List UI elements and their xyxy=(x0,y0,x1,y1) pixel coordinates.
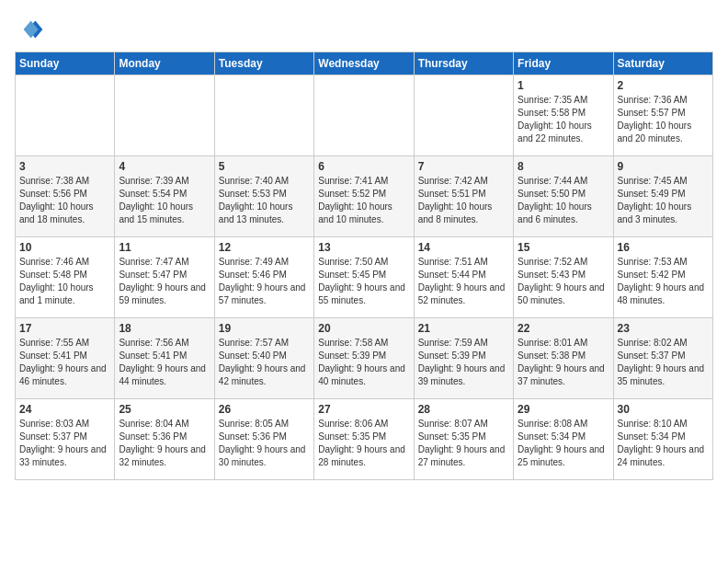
day-cell: 14Sunrise: 7:51 AM Sunset: 5:44 PM Dayli… xyxy=(414,237,513,318)
day-cell: 20Sunrise: 7:58 AM Sunset: 5:39 PM Dayli… xyxy=(314,318,414,399)
day-cell: 9Sunrise: 7:45 AM Sunset: 5:49 PM Daylig… xyxy=(613,156,712,237)
day-number: 25 xyxy=(119,403,210,416)
day-info: Sunrise: 8:07 AM Sunset: 5:35 PM Dayligh… xyxy=(418,418,509,469)
day-cell: 28Sunrise: 8:07 AM Sunset: 5:35 PM Dayli… xyxy=(414,399,513,480)
day-number: 18 xyxy=(119,322,210,335)
day-info: Sunrise: 7:58 AM Sunset: 5:39 PM Dayligh… xyxy=(318,337,409,388)
week-row-2: 3Sunrise: 7:38 AM Sunset: 5:56 PM Daylig… xyxy=(16,156,713,237)
page-header xyxy=(15,15,713,44)
day-cell: 5Sunrise: 7:40 AM Sunset: 5:53 PM Daylig… xyxy=(214,156,313,237)
day-info: Sunrise: 7:55 AM Sunset: 5:41 PM Dayligh… xyxy=(19,337,110,388)
day-number: 17 xyxy=(19,322,110,335)
week-row-5: 24Sunrise: 8:03 AM Sunset: 5:37 PM Dayli… xyxy=(16,399,713,480)
day-info: Sunrise: 7:46 AM Sunset: 5:48 PM Dayligh… xyxy=(19,256,110,307)
day-info: Sunrise: 7:56 AM Sunset: 5:41 PM Dayligh… xyxy=(119,337,210,388)
day-number: 12 xyxy=(219,241,310,254)
day-info: Sunrise: 7:45 AM Sunset: 5:49 PM Dayligh… xyxy=(618,175,709,226)
day-info: Sunrise: 7:36 AM Sunset: 5:57 PM Dayligh… xyxy=(618,94,709,145)
day-number: 14 xyxy=(418,241,509,254)
day-number: 3 xyxy=(19,160,110,173)
day-info: Sunrise: 7:38 AM Sunset: 5:56 PM Dayligh… xyxy=(19,175,110,226)
day-cell: 23Sunrise: 8:02 AM Sunset: 5:37 PM Dayli… xyxy=(613,318,712,399)
day-number: 4 xyxy=(119,160,210,173)
logo-icon xyxy=(15,15,44,44)
day-cell: 21Sunrise: 7:59 AM Sunset: 5:39 PM Dayli… xyxy=(414,318,513,399)
calendar-table: SundayMondayTuesdayWednesdayThursdayFrid… xyxy=(15,52,713,480)
day-number: 5 xyxy=(219,160,310,173)
day-info: Sunrise: 7:59 AM Sunset: 5:39 PM Dayligh… xyxy=(418,337,509,388)
day-info: Sunrise: 8:05 AM Sunset: 5:36 PM Dayligh… xyxy=(219,418,310,469)
day-cell: 25Sunrise: 8:04 AM Sunset: 5:36 PM Dayli… xyxy=(115,399,214,480)
day-number: 29 xyxy=(518,403,609,416)
day-cell: 6Sunrise: 7:41 AM Sunset: 5:52 PM Daylig… xyxy=(314,156,414,237)
day-number: 1 xyxy=(518,79,609,92)
day-cell: 17Sunrise: 7:55 AM Sunset: 5:41 PM Dayli… xyxy=(16,318,115,399)
day-info: Sunrise: 8:02 AM Sunset: 5:37 PM Dayligh… xyxy=(618,337,709,388)
day-number: 28 xyxy=(418,403,509,416)
day-number: 8 xyxy=(518,160,609,173)
day-info: Sunrise: 7:39 AM Sunset: 5:54 PM Dayligh… xyxy=(119,175,210,226)
day-header-wednesday: Wednesday xyxy=(314,52,414,75)
day-info: Sunrise: 7:50 AM Sunset: 5:45 PM Dayligh… xyxy=(318,256,409,307)
day-number: 16 xyxy=(618,241,709,254)
day-cell: 4Sunrise: 7:39 AM Sunset: 5:54 PM Daylig… xyxy=(115,156,214,237)
day-cell xyxy=(115,75,214,156)
day-number: 6 xyxy=(318,160,409,173)
day-number: 22 xyxy=(518,322,609,335)
day-header-thursday: Thursday xyxy=(414,52,513,75)
day-info: Sunrise: 7:40 AM Sunset: 5:53 PM Dayligh… xyxy=(219,175,310,226)
day-cell: 24Sunrise: 8:03 AM Sunset: 5:37 PM Dayli… xyxy=(16,399,115,480)
week-row-1: 1Sunrise: 7:35 AM Sunset: 5:58 PM Daylig… xyxy=(16,75,713,156)
day-cell: 18Sunrise: 7:56 AM Sunset: 5:41 PM Dayli… xyxy=(115,318,214,399)
day-number: 24 xyxy=(19,403,110,416)
day-number: 23 xyxy=(618,322,709,335)
day-info: Sunrise: 8:03 AM Sunset: 5:37 PM Dayligh… xyxy=(19,418,110,469)
logo xyxy=(15,15,48,44)
day-info: Sunrise: 7:44 AM Sunset: 5:50 PM Dayligh… xyxy=(518,175,609,226)
day-info: Sunrise: 8:01 AM Sunset: 5:38 PM Dayligh… xyxy=(518,337,609,388)
day-header-monday: Monday xyxy=(115,52,214,75)
day-cell: 19Sunrise: 7:57 AM Sunset: 5:40 PM Dayli… xyxy=(214,318,313,399)
day-number: 26 xyxy=(219,403,310,416)
day-cell: 15Sunrise: 7:52 AM Sunset: 5:43 PM Dayli… xyxy=(514,237,613,318)
day-number: 19 xyxy=(219,322,310,335)
day-info: Sunrise: 7:51 AM Sunset: 5:44 PM Dayligh… xyxy=(418,256,509,307)
day-info: Sunrise: 7:42 AM Sunset: 5:51 PM Dayligh… xyxy=(418,175,509,226)
day-info: Sunrise: 7:52 AM Sunset: 5:43 PM Dayligh… xyxy=(518,256,609,307)
day-cell: 8Sunrise: 7:44 AM Sunset: 5:50 PM Daylig… xyxy=(514,156,613,237)
day-info: Sunrise: 7:41 AM Sunset: 5:52 PM Dayligh… xyxy=(318,175,409,226)
day-cell: 11Sunrise: 7:47 AM Sunset: 5:47 PM Dayli… xyxy=(115,237,214,318)
day-info: Sunrise: 8:06 AM Sunset: 5:35 PM Dayligh… xyxy=(318,418,409,469)
day-info: Sunrise: 8:04 AM Sunset: 5:36 PM Dayligh… xyxy=(119,418,210,469)
day-cell: 30Sunrise: 8:10 AM Sunset: 5:34 PM Dayli… xyxy=(613,399,712,480)
day-number: 7 xyxy=(418,160,509,173)
day-cell: 2Sunrise: 7:36 AM Sunset: 5:57 PM Daylig… xyxy=(613,75,712,156)
day-header-saturday: Saturday xyxy=(613,52,712,75)
day-number: 11 xyxy=(119,241,210,254)
day-cell: 22Sunrise: 8:01 AM Sunset: 5:38 PM Dayli… xyxy=(514,318,613,399)
day-cell: 16Sunrise: 7:53 AM Sunset: 5:42 PM Dayli… xyxy=(613,237,712,318)
day-number: 10 xyxy=(19,241,110,254)
day-number: 15 xyxy=(518,241,609,254)
day-number: 21 xyxy=(418,322,509,335)
day-info: Sunrise: 7:35 AM Sunset: 5:58 PM Dayligh… xyxy=(518,94,609,145)
day-info: Sunrise: 8:10 AM Sunset: 5:34 PM Dayligh… xyxy=(618,418,709,469)
week-row-4: 17Sunrise: 7:55 AM Sunset: 5:41 PM Dayli… xyxy=(16,318,713,399)
day-info: Sunrise: 7:49 AM Sunset: 5:46 PM Dayligh… xyxy=(219,256,310,307)
day-cell: 7Sunrise: 7:42 AM Sunset: 5:51 PM Daylig… xyxy=(414,156,513,237)
day-number: 27 xyxy=(318,403,409,416)
day-cell: 12Sunrise: 7:49 AM Sunset: 5:46 PM Dayli… xyxy=(214,237,313,318)
day-cell xyxy=(414,75,513,156)
day-number: 9 xyxy=(618,160,709,173)
day-number: 2 xyxy=(618,79,709,92)
day-cell xyxy=(16,75,115,156)
day-cell: 27Sunrise: 8:06 AM Sunset: 5:35 PM Dayli… xyxy=(314,399,414,480)
day-cell: 10Sunrise: 7:46 AM Sunset: 5:48 PM Dayli… xyxy=(16,237,115,318)
day-header-tuesday: Tuesday xyxy=(214,52,313,75)
day-number: 13 xyxy=(318,241,409,254)
day-cell: 26Sunrise: 8:05 AM Sunset: 5:36 PM Dayli… xyxy=(214,399,313,480)
day-info: Sunrise: 7:57 AM Sunset: 5:40 PM Dayligh… xyxy=(219,337,310,388)
day-info: Sunrise: 7:47 AM Sunset: 5:47 PM Dayligh… xyxy=(119,256,210,307)
day-number: 20 xyxy=(318,322,409,335)
day-header-friday: Friday xyxy=(514,52,613,75)
